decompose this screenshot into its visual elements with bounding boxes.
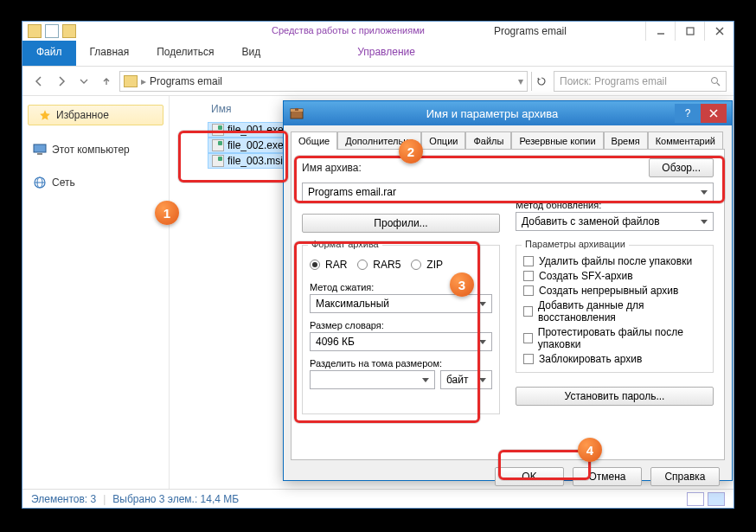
svg-line-5 [717,83,720,86]
new-folder-icon[interactable] [62,24,76,38]
tab-files[interactable]: Файлы [465,131,511,150]
split-unit-select[interactable]: байт [440,370,492,389]
navbar: ▸ Programs email ▾ Поиск: Programs email [22,67,734,96]
format-rar5-radio[interactable]: RAR5 [357,259,400,271]
back-button[interactable] [29,72,48,91]
address-bar[interactable]: ▸ Programs email ▾ [119,71,528,92]
set-password-button[interactable]: Установить пароль... [516,387,714,406]
network-icon [33,176,47,189]
folder-icon [28,24,42,38]
svg-rect-7 [37,153,42,155]
compression-select[interactable]: Максимальный [310,294,492,313]
archive-name-input[interactable]: Programs email.rar [302,183,714,202]
file-name: file_003.msi [227,155,283,167]
chevron-down-icon [701,190,708,195]
chevron-down-icon [701,220,708,224]
dialog-help-button[interactable]: ? [675,104,701,123]
cancel-button[interactable]: Отмена [573,467,642,486]
search-input[interactable]: Поиск: Programs email [554,71,727,92]
opt-lock-checkbox[interactable]: Заблокировать архив [523,353,706,365]
params-group: Параметры архивации Удалить файлы после … [516,245,714,373]
sidebar: Избранное Этот компьютер Сеть [22,96,170,489]
ribbon-tab-share[interactable]: Поделиться [143,41,227,66]
update-mode-label: Метод обновления: [516,200,714,210]
tab-panel-general: Имя архива: Обзор... Programs email.rar … [291,149,725,460]
svg-point-4 [712,77,718,83]
update-mode-select[interactable]: Добавить с заменой файлов [516,212,714,231]
chevron-down-icon [479,378,486,382]
profiles-button[interactable]: Профили... [302,214,500,233]
installer-icon [212,139,224,151]
split-label: Разделить на тома размером: [310,358,492,369]
sidebar-item-pc[interactable]: Этот компьютер [22,139,169,160]
file-name: file_002.exe [227,139,284,151]
marker-1: 1 [155,201,179,225]
computer-icon [33,143,47,157]
installer-icon [212,155,224,167]
dialog-close-button[interactable] [701,104,727,123]
opt-solid-checkbox[interactable]: Создать непрерывный архив [523,285,706,297]
status-items: Элементов: 3 [31,493,96,505]
tab-time[interactable]: Время [604,131,648,150]
chevron-down-icon [479,340,486,344]
dict-select[interactable]: 4096 КБ [310,332,492,351]
ribbon-tab-view[interactable]: Вид [227,41,274,66]
contextual-tools-label: Средства работы с приложениями [254,22,442,41]
file-name: file_001.exe [227,124,284,136]
dialog-title: Имя и параметры архива [310,107,675,120]
browse-button[interactable]: Обзор... [649,158,714,177]
address-text: Programs email [150,75,222,87]
opt-recovery-checkbox[interactable]: Добавить данные для восстановления [523,299,706,324]
archive-name-label: Имя архива: [302,162,362,174]
format-group: Формат архива RAR RAR5 ZIP Метод сжатия:… [302,245,500,414]
marker-3: 3 [450,272,474,297]
chevron-down-icon [479,302,486,306]
params-group-title: Параметры архивации [522,239,629,249]
opt-sfx-checkbox[interactable]: Создать SFX-архив [523,270,706,282]
forward-button[interactable] [52,72,71,91]
sidebar-label-favorites: Избранное [56,109,109,121]
tab-options[interactable]: Опции [421,131,465,150]
star-icon [39,109,51,121]
tab-general[interactable]: Общие [291,131,337,150]
marker-2: 2 [399,139,423,163]
dict-label: Размер словаря: [310,320,492,330]
close-button[interactable] [704,22,734,41]
opt-delete-checkbox[interactable]: Удалить файлы после упаковки [523,255,706,267]
dialog-tabs: Общие Дополнительно Опции Файлы Резервны… [284,125,732,149]
properties-icon[interactable] [45,24,59,38]
dialog-button-row: OK Отмена Справка [284,467,732,495]
sidebar-label-network: Сеть [52,176,75,189]
titlebar: Средства работы с приложениями Programs … [22,22,734,41]
recent-dropdown[interactable] [74,72,93,91]
opt-test-checkbox[interactable]: Протестировать файлы после упаковки [523,326,706,350]
archive-dialog: Имя и параметры архива ? Общие Дополните… [283,100,733,481]
ok-button[interactable]: OK [495,467,564,486]
ribbon-tab-manage[interactable]: Управление [343,41,429,66]
help-button[interactable]: Справка [650,467,720,486]
quick-access-toolbar [22,22,81,40]
svg-rect-6 [34,144,46,152]
svg-rect-13 [295,108,298,111]
refresh-button[interactable] [531,72,550,91]
sidebar-label-pc: Этот компьютер [52,144,130,156]
archive-name-value: Programs email.rar [308,186,396,198]
tab-backup[interactable]: Резервные копии [511,131,603,150]
format-rar-radio[interactable]: RAR [310,259,347,271]
tab-comment[interactable]: Комментарий [648,131,723,150]
chevron-down-icon [422,378,429,382]
window-title: Programs email [494,22,567,41]
ribbon-tab-file[interactable]: Файл [22,41,76,66]
marker-4: 4 [578,438,602,462]
maximize-button[interactable] [675,22,704,41]
status-selected: Выбрано 3 элем.: 14,4 МБ [112,493,239,505]
up-button[interactable] [97,72,116,91]
split-size-input[interactable] [310,370,435,389]
format-zip-radio[interactable]: ZIP [411,259,443,271]
ribbon-tab-home[interactable]: Главная [76,41,144,66]
svg-rect-1 [687,28,694,35]
chevron-down-icon[interactable]: ▾ [518,75,523,87]
sidebar-item-favorites[interactable]: Избранное [28,105,163,125]
minimize-button[interactable] [645,22,675,41]
sidebar-item-network[interactable]: Сеть [22,172,169,193]
